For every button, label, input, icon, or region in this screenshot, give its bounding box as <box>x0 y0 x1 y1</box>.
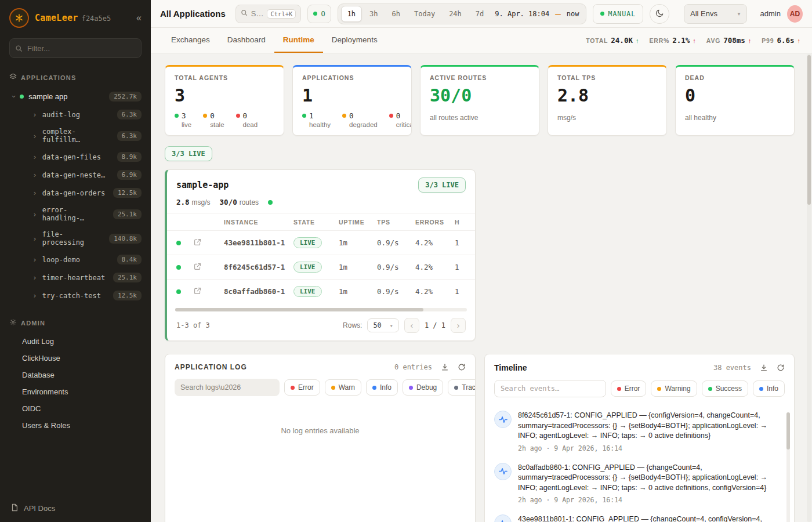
event-text: 8c0affadb860-1: CONFIG_APPLIED — {change… <box>518 463 779 494</box>
time-range-24h[interactable]: 24h <box>443 6 468 22</box>
sidebar-tree-item[interactable]: › timer-heartbeat 25.1k <box>0 269 151 287</box>
sidebar-admin-item[interactable]: Database <box>0 367 151 383</box>
chevron-down-icon: ▾ <box>390 322 393 329</box>
log-filter-chip[interactable]: Warn <box>325 379 361 396</box>
online-dot-icon <box>313 12 317 16</box>
manual-label: MANUAL <box>608 10 636 18</box>
page-scrollbar-thumb[interactable] <box>807 55 811 205</box>
timeline-search-input[interactable] <box>494 380 606 397</box>
log-filter-chip[interactable]: Trace <box>448 379 476 396</box>
instance-uptime: 1m <box>335 255 374 280</box>
filter-label: Warning <box>665 385 690 393</box>
live-status-badge: 3/3 LIVE <box>165 146 212 161</box>
instance-status-dot-icon <box>176 241 181 245</box>
tab-deployments[interactable]: Deployments <box>323 28 386 53</box>
sidebar-admin-item[interactable]: Users & Roles <box>0 417 151 434</box>
sidebar-tree-item[interactable]: › data-gen-files 8.9k <box>0 148 151 166</box>
sidebar-tree-item[interactable]: › complex-fulfillm… 6.3k <box>0 124 151 148</box>
tab-runtime[interactable]: Runtime <box>274 28 323 53</box>
api-docs-link[interactable]: API Docs <box>0 495 151 522</box>
dark-mode-toggle[interactable] <box>650 4 669 24</box>
rows-per-page-select[interactable]: 50 ▾ <box>367 318 398 332</box>
timeline-filter-chip[interactable]: Info <box>753 380 785 397</box>
log-filter-chip[interactable]: Info <box>366 379 398 396</box>
sidebar-tree-item[interactable]: › error-handling-… 25.1k <box>0 202 151 226</box>
global-search[interactable]: S… Ctrl+K <box>235 5 302 23</box>
timeline-event[interactable]: 8f6245c61d57-1: CONFIG_APPLIED — {config… <box>494 405 779 458</box>
count-badge: 8.9k <box>117 152 142 162</box>
time-range-6h[interactable]: 6h <box>386 6 407 22</box>
instance-errors: 4.2% <box>412 231 451 255</box>
arrow-up-icon: ↑ <box>798 37 801 44</box>
page-scrollbar[interactable] <box>807 54 811 522</box>
gear-icon <box>9 318 17 327</box>
sidebar-filter-input[interactable] <box>9 38 142 58</box>
timeline-event[interactable]: 43ee9811b801-1: CONFIG_APPLIED — {change… <box>494 509 779 522</box>
sidebar-collapse-icon[interactable]: « <box>136 13 142 23</box>
sidebar-tree-item[interactable]: › file-processing 140.8k <box>0 226 151 251</box>
time-range-today[interactable]: Today <box>408 6 441 22</box>
stat-card-dead: DEAD 0 all healthy <box>675 65 795 136</box>
horizontal-scrollbar[interactable] <box>175 308 467 311</box>
sidebar-admin-item[interactable]: ClickHouse <box>0 350 151 367</box>
online-indicator[interactable]: O <box>307 5 331 23</box>
instance-row[interactable]: 8c0affadb860-1 LIVE 1m 0.9/s 4.2% 1 <box>167 280 475 304</box>
instance-health: 1 <box>451 280 475 304</box>
refresh-icon[interactable] <box>777 364 785 372</box>
external-link-icon[interactable] <box>194 263 201 272</box>
sidebar-tree-item[interactable]: › data-gen-neste… 6.9k <box>0 166 151 184</box>
download-icon[interactable] <box>441 363 449 371</box>
timeline-filter-chip[interactable]: Error <box>611 380 647 397</box>
sidebar-admin-item[interactable]: OIDC <box>0 400 151 417</box>
count-badge: 6.3k <box>117 131 142 141</box>
col-uptime: UPTIME <box>335 213 374 231</box>
tree-item-label: data-gen-neste… <box>42 171 105 179</box>
sidebar-item-sample-app[interactable]: › sample app 252.7k <box>0 88 151 106</box>
tab-exchanges[interactable]: Exchanges <box>162 28 219 53</box>
timeline-scrollbar[interactable] <box>786 412 790 522</box>
environment-select[interactable]: All Envs ▾ <box>684 4 746 24</box>
next-page-button[interactable]: › <box>451 318 466 333</box>
layers-icon <box>9 73 17 82</box>
user-avatar[interactable]: AD <box>787 5 803 23</box>
time-range-3h[interactable]: 3h <box>363 6 384 22</box>
external-link-icon[interactable] <box>194 288 201 296</box>
manual-mode-button[interactable]: MANUAL <box>593 4 644 24</box>
log-filter-chip[interactable]: Error <box>284 379 320 396</box>
instance-row[interactable]: 8f6245c61d57-1 LIVE 1m 0.9/s 4.2% 1 <box>167 255 475 280</box>
prev-page-button[interactable]: ‹ <box>404 318 419 333</box>
sidebar-admin-item[interactable]: Environments <box>0 383 151 400</box>
date-range-from[interactable]: 9. Apr. 18:04 <box>491 10 553 18</box>
chevron-right-icon: › <box>32 153 37 161</box>
filter-label: Error <box>298 383 314 392</box>
horizontal-scrollbar-thumb[interactable] <box>175 308 423 311</box>
log-filter-chip[interactable]: Debug <box>403 379 443 396</box>
sidebar-admin-item[interactable]: Audit Log <box>0 333 151 350</box>
time-range-1h[interactable]: 1h <box>341 6 362 22</box>
timeline-event[interactable]: 8c0affadb860-1: CONFIG_APPLIED — {change… <box>494 458 779 510</box>
instance-row[interactable]: 43ee9811b801-1 LIVE 1m 0.9/s 4.2% 1 <box>167 231 475 255</box>
app-live-badge: 3/3 LIVE <box>418 177 466 193</box>
log-search-input[interactable] <box>175 379 280 396</box>
chevron-down-icon: › <box>10 95 18 97</box>
refresh-icon[interactable] <box>458 363 466 371</box>
instance-state-badge: LIVE <box>293 286 322 297</box>
time-range-7d[interactable]: 7d <box>469 6 490 22</box>
download-icon[interactable] <box>760 364 768 372</box>
sidebar-tree-item[interactable]: › loop-demo 8.4k <box>0 251 151 269</box>
sidebar-tree-item[interactable]: › audit-log 6.3k <box>0 106 151 124</box>
rows-per-page-label: Rows: <box>343 321 362 329</box>
tab-dashboard[interactable]: Dashboard <box>219 28 274 53</box>
live-dot-icon <box>175 114 179 118</box>
activity-icon <box>494 411 512 428</box>
tree-item-label: audit-log <box>42 111 80 119</box>
timeline-scrollbar-thumb[interactable] <box>786 412 790 449</box>
timeline-filter-chip[interactable]: Warning <box>651 380 697 397</box>
username-label: admin <box>760 9 781 18</box>
external-link-icon[interactable] <box>194 239 201 248</box>
sidebar-tree-item[interactable]: › try-catch-test 12.5k <box>0 287 151 304</box>
timeline-filter-chip[interactable]: Success <box>702 380 748 397</box>
metric-avg: AVG 708ms ↑ <box>706 36 752 45</box>
date-range-to[interactable]: now <box>563 10 583 18</box>
sidebar-tree-item[interactable]: › data-gen-orders 12.5k <box>0 184 151 202</box>
